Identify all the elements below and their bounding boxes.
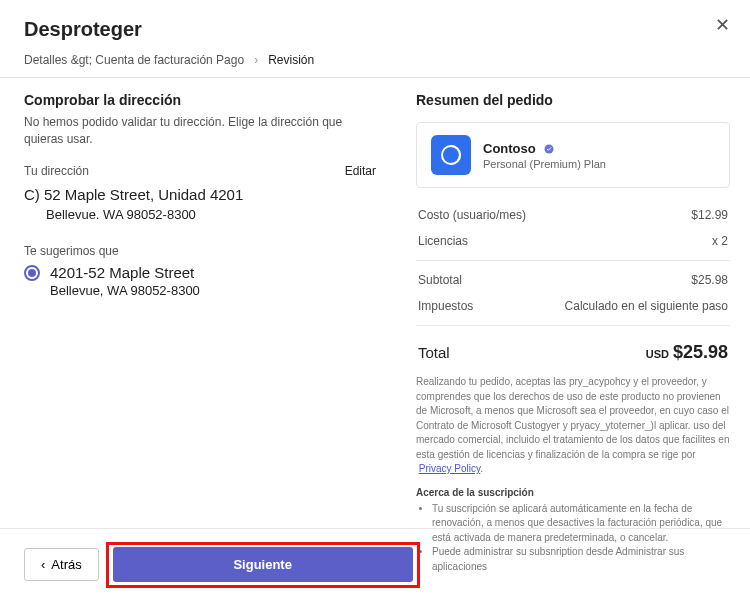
taxes-label: Impuestos	[418, 299, 473, 313]
licenses-value: x 2	[712, 234, 728, 248]
subtotal-value: $25.98	[691, 273, 728, 287]
order-summary-heading: Resumen del pedido	[416, 92, 730, 108]
verified-badge-icon	[543, 143, 555, 155]
radio-selected-icon	[24, 265, 40, 281]
edit-address-link[interactable]: Editar	[345, 164, 376, 178]
close-icon[interactable]: ✕	[715, 14, 730, 36]
product-plan: Personal (Premium) Plan	[483, 158, 606, 170]
about-subscription-heading: Acerca de la suscripción	[416, 487, 730, 498]
your-address-label: Tu dirección	[24, 164, 89, 178]
verify-address-heading: Comprobar la dirección	[24, 92, 376, 108]
cost-label: Costo (usuario/mes)	[418, 208, 526, 222]
next-button[interactable]: Siguiente	[113, 547, 413, 582]
suggested-address-line2: Bellevue, WA 98052-8300	[24, 283, 376, 298]
chevron-right-icon: ›	[254, 53, 258, 67]
back-button[interactable]: ‹ Atrás	[24, 548, 99, 581]
product-logo	[431, 135, 471, 175]
total-currency: USD	[646, 348, 669, 360]
total-label: Total	[418, 344, 450, 361]
suggested-address-radio[interactable]: 4201-52 Maple Street	[24, 264, 376, 281]
entered-address-line1: C) 52 Maple Street, Unidad 4201	[24, 184, 376, 206]
breadcrumb-step-details[interactable]: Detalles &gt; Cuenta de facturación Pago	[24, 53, 244, 67]
page-title: Desproteger	[24, 18, 726, 41]
verify-address-help: No hemos podido validar tu dirección. El…	[24, 114, 344, 148]
taxes-value: Calculado en el siguiente paso	[565, 299, 728, 313]
breadcrumb: Detalles &gt; Cuenta de facturación Pago…	[0, 53, 750, 77]
cost-value: $12.99	[691, 208, 728, 222]
privacy-policy-link[interactable]: Privacy Policy	[419, 463, 481, 474]
product-card: Contoso Personal (Premium) Plan	[416, 122, 730, 188]
entered-address-line2: Bellevue. WA 98052-8300	[24, 207, 376, 222]
total-value: $25.98	[673, 342, 728, 362]
subtotal-label: Subtotal	[418, 273, 462, 287]
suggested-address-label: Te sugerimos que	[24, 244, 376, 258]
product-name: Contoso	[483, 141, 536, 156]
suggested-address-line1: 4201-52 Maple Street	[50, 264, 194, 281]
licenses-label: Licencias	[418, 234, 468, 248]
breadcrumb-step-review: Revisión	[268, 53, 314, 67]
chevron-left-icon: ‹	[41, 557, 45, 572]
legal-fineprint: Realizando tu pedido, aceptas las pry_ac…	[416, 375, 730, 477]
